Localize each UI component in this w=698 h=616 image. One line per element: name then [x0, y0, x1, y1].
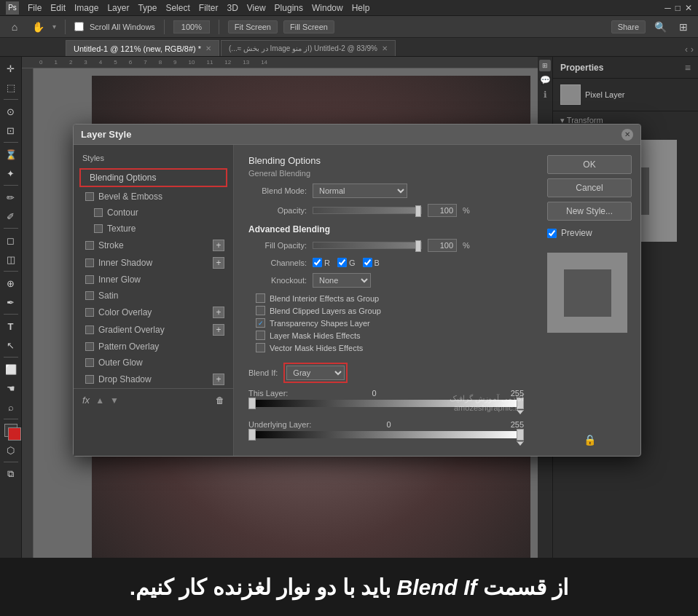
window-close[interactable]: ✕ — [685, 3, 692, 13]
change-screen-mode[interactable]: ⧉ — [2, 465, 20, 483]
this-layer-left-handle[interactable] — [248, 398, 256, 409]
texture-checkbox[interactable] — [94, 224, 103, 233]
fill-screen-btn[interactable]: Fill Screen — [283, 20, 334, 33]
tabs-scroll-left[interactable]: ‹ — [685, 44, 688, 55]
channel-r-checkbox[interactable] — [313, 258, 322, 267]
style-drop-shadow[interactable]: Drop Shadow + — [74, 371, 233, 388]
menu-window[interactable]: Window — [312, 3, 343, 13]
gradient-tool[interactable]: ◫ — [2, 250, 20, 268]
menu-3d[interactable]: 3D — [227, 3, 238, 13]
style-pattern-overlay[interactable]: Pattern Overlay — [74, 339, 233, 355]
chevron-down-icon[interactable]: ▾ — [52, 23, 56, 31]
channel-g-checkbox[interactable] — [337, 258, 347, 267]
shape-tool[interactable]: ⬜ — [2, 360, 20, 378]
fill-opacity-input[interactable]: 100 — [428, 239, 457, 252]
inner-shadow-checkbox[interactable] — [85, 258, 94, 267]
menu-layer[interactable]: Layer — [107, 3, 129, 13]
hand-tool2[interactable]: ☚ — [2, 379, 20, 397]
move-down-icon[interactable]: ▼ — [110, 395, 119, 406]
panel-icon-2[interactable]: 💬 — [539, 74, 551, 86]
lasso-tool[interactable]: ⊙ — [2, 103, 20, 120]
share-btn[interactable]: Share — [611, 20, 646, 33]
quick-mask-tool[interactable]: ⬡ — [2, 441, 20, 459]
vector-mask-checkbox[interactable] — [256, 343, 265, 352]
layer-style-dialog[interactable]: Layer Style ✕ Styles Blending Options Be… — [73, 124, 641, 457]
brush-tool[interactable]: ✏ — [2, 189, 20, 206]
move-tool[interactable]: ✛ — [2, 60, 20, 77]
healing-brush[interactable]: ✦ — [2, 165, 20, 182]
contour-checkbox[interactable] — [94, 208, 103, 217]
style-contour[interactable]: Contour — [74, 205, 233, 221]
drop-shadow-add-btn[interactable]: + — [213, 374, 224, 385]
drop-shadow-checkbox[interactable] — [85, 375, 94, 384]
panel-icon-1[interactable]: ⊞ — [539, 60, 551, 71]
blend-clipped-checkbox[interactable] — [256, 306, 265, 315]
menu-type[interactable]: Type — [138, 3, 157, 13]
new-style-button[interactable]: New Style... — [547, 202, 632, 221]
blend-if-select[interactable]: Gray — [286, 366, 345, 380]
blend-mode-select[interactable]: Normal — [313, 183, 407, 198]
underlying-layer-slider[interactable] — [248, 431, 524, 438]
channel-b-checkbox[interactable] — [363, 258, 372, 267]
menu-plugins[interactable]: Plugins — [275, 3, 303, 13]
color-overlay-checkbox[interactable] — [85, 308, 94, 317]
underlying-layer-left-handle[interactable] — [248, 429, 256, 441]
ok-button[interactable]: OK — [547, 155, 632, 174]
knockout-select[interactable]: None — [313, 273, 371, 288]
select-tool[interactable]: ⬚ — [2, 79, 20, 96]
menu-filter[interactable]: Filter — [199, 3, 219, 13]
style-inner-glow[interactable]: Inner Glow — [74, 272, 233, 288]
cancel-button[interactable]: Cancel — [547, 178, 632, 197]
tab-close-2[interactable]: ✕ — [382, 44, 388, 52]
preview-checkbox[interactable] — [547, 229, 557, 238]
zoom-tool[interactable]: ⌕ — [2, 398, 20, 416]
stroke-add-btn[interactable]: + — [213, 240, 224, 251]
fill-opacity-slider[interactable] — [313, 242, 422, 249]
underlying-layer-right-handle[interactable] — [517, 429, 524, 441]
scroll-all-windows-checkbox[interactable] — [74, 22, 84, 31]
window-minimize[interactable]: ─ — [664, 3, 671, 13]
outer-glow-checkbox[interactable] — [85, 358, 94, 367]
panel-icon-3[interactable]: ℹ — [539, 89, 551, 100]
style-satin[interactable]: Satin — [74, 288, 233, 304]
window-maximize[interactable]: □ — [675, 3, 681, 13]
gradient-overlay-checkbox[interactable] — [85, 325, 94, 334]
pattern-overlay-checkbox[interactable] — [85, 342, 94, 351]
home-icon[interactable]: ⌂ — [6, 18, 23, 36]
fill-opacity-thumb[interactable] — [415, 240, 421, 252]
transparency-shapes-checkbox[interactable] — [256, 318, 265, 328]
style-inner-shadow[interactable]: Inner Shadow + — [74, 254, 233, 272]
clone-tool[interactable]: ✐ — [2, 208, 20, 225]
blend-interior-checkbox[interactable] — [256, 293, 265, 303]
hand-tool[interactable]: ✋ — [29, 18, 47, 36]
style-color-overlay[interactable]: Color Overlay + — [74, 304, 233, 321]
bevel-emboss-checkbox[interactable] — [85, 192, 94, 201]
menu-view[interactable]: View — [247, 3, 266, 13]
eyedropper-tool[interactable]: ⌛ — [2, 146, 20, 163]
panel-menu-icon[interactable]: ≡ — [685, 62, 691, 74]
style-stroke[interactable]: Stroke + — [74, 237, 233, 254]
inner-shadow-add-btn[interactable]: + — [213, 257, 224, 269]
tab-close-1[interactable]: ✕ — [205, 44, 211, 52]
menu-select[interactable]: Select — [165, 3, 189, 13]
blending-options-item[interactable]: Blending Options — [79, 168, 227, 187]
tabs-scroll-right[interactable]: › — [691, 44, 694, 55]
move-up-icon[interactable]: ▲ — [95, 395, 104, 406]
zoom-display[interactable]: 100% — [173, 20, 210, 33]
pen-tool[interactable]: ✒ — [2, 293, 20, 311]
layer-mask-checkbox[interactable] — [256, 331, 265, 340]
path-select-tool[interactable]: ↖ — [2, 336, 20, 354]
foreground-color[interactable] — [4, 424, 17, 437]
text-tool[interactable]: T — [2, 317, 20, 335]
tab-untitled2[interactable]: Untitled-2 @ 83/9% (از منو Image در بخش … — [221, 40, 396, 56]
opacity-thumb[interactable] — [415, 205, 421, 217]
menu-edit[interactable]: Edit — [50, 3, 66, 13]
dialog-close-btn[interactable]: ✕ — [621, 129, 633, 141]
delete-icon[interactable]: 🗑 — [216, 395, 224, 406]
underlying-layer-split-handle[interactable] — [517, 441, 524, 446]
satin-checkbox[interactable] — [85, 291, 94, 300]
tab-untitled1[interactable]: Untitled-1 @ 121% (new, RGB/8#) * ✕ — [66, 40, 219, 56]
style-outer-glow[interactable]: Outer Glow — [74, 355, 233, 371]
menu-help[interactable]: Help — [352, 3, 370, 13]
stroke-checkbox[interactable] — [85, 241, 94, 250]
